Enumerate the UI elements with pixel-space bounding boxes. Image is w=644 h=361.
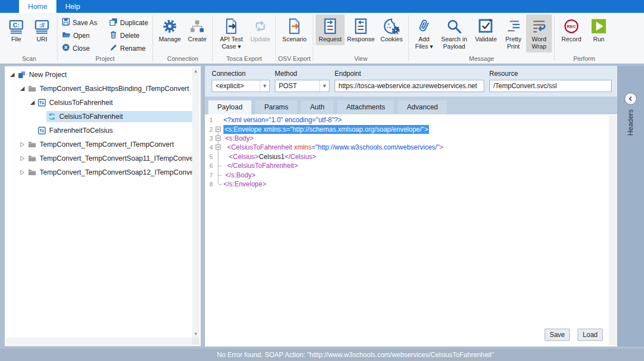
manage-connection-button[interactable]: Manage (155, 15, 184, 45)
fold-collapse-icon[interactable] (214, 124, 222, 133)
scroll-down-arrow[interactable]: ▼ (192, 330, 199, 338)
folder-icon (28, 85, 36, 92)
code-line[interactable]: 3 <s:Body> (205, 134, 608, 143)
resource-input[interactable] (489, 80, 612, 92)
tree-item[interactable]: TempConvert_TempConvert_ITempConvert (6, 137, 192, 151)
expand-headers-button[interactable] (624, 93, 637, 105)
request-view-button[interactable]: Request (316, 15, 345, 45)
tree-expander-icon[interactable] (28, 100, 36, 105)
tree-expander-icon[interactable] (8, 72, 16, 78)
svg-text:REC: REC (567, 24, 576, 29)
resource-label: Resource (489, 70, 612, 78)
svg-text:://: :// (40, 22, 45, 28)
tree-item[interactable]: TempConvert_TempConvertSoap12_ITempConve… (6, 165, 192, 179)
word-wrap-button[interactable]: Word Wrap (526, 15, 552, 52)
project-tree-panel: New ProjectTempConvert_BasicHttpsBinding… (4, 66, 201, 346)
project-icon (18, 71, 26, 79)
button-label: Request (319, 36, 342, 43)
tree-horizontal-scrollbar[interactable] (6, 338, 192, 345)
button-label: Add Files ▾ (413, 36, 435, 50)
fold-collapse-icon[interactable] (214, 143, 222, 152)
fold-gutter (214, 170, 222, 179)
create-connection-button[interactable]: Create (184, 15, 210, 45)
update-button[interactable]: Update (247, 15, 273, 45)
ribbon-group-label: Perform (555, 55, 614, 64)
trash-icon (109, 31, 117, 40)
tree-expander-icon[interactable] (18, 142, 26, 147)
tab-advanced[interactable]: Advanced (398, 100, 447, 114)
scenario-button[interactable]: Scenario (278, 15, 311, 45)
load-button[interactable]: Load (578, 329, 603, 341)
run-button[interactable]: Run (586, 15, 612, 45)
code-line[interactable]: 6 </CelsiusToFahrenheit> (205, 161, 608, 170)
scroll-up-arrow[interactable]: ▲ (192, 68, 199, 75)
code-line[interactable]: 5 <Celsius>Celsius1</Celsius> (205, 152, 608, 161)
uri-button[interactable]: :// URI (29, 15, 55, 45)
validate-button[interactable]: Validate (471, 15, 500, 45)
response-view-button[interactable]: Response (345, 15, 377, 45)
svg-text:C:: C: (13, 22, 20, 28)
cookies-button[interactable]: Cookies (377, 15, 406, 45)
api-test-case-button[interactable]: API Test Case ▾ (215, 15, 247, 52)
open-button[interactable]: Open (60, 29, 99, 42)
request-document-icon (322, 17, 338, 36)
code-line[interactable]: 1<?xml version="1.0" encoding="utf-8"?> (205, 115, 608, 124)
code-line[interactable]: 8</s:Envelope> (205, 180, 608, 189)
pretty-print-button[interactable]: Pretty Print (500, 15, 526, 52)
tab-params[interactable]: Params (255, 100, 297, 114)
tree-item-label: TempConvert_TempConvertSoap12_ITempConve… (40, 169, 192, 176)
button-label: Pretty Print (502, 36, 524, 50)
tree-item[interactable]: FahrenheitToCelsius (6, 123, 192, 137)
code-line[interactable]: 4 <CelsiusToFahrenheit xmlns="http://www… (205, 143, 608, 152)
tree-expander-icon[interactable] (18, 170, 26, 175)
folder-icon (28, 169, 36, 176)
sync-icon (252, 17, 268, 36)
tab-help[interactable]: Help (56, 0, 89, 13)
tree-vertical-scrollbar[interactable]: ▲ ▼ (192, 68, 199, 338)
rename-button[interactable]: Rename (107, 42, 150, 55)
tab-attachments[interactable]: Attachments (337, 100, 394, 114)
tree-item[interactable]: TempConvert_BasicHttpsBinding_ITempConve… (6, 81, 192, 95)
tab-payload[interactable]: Payload (208, 100, 251, 114)
add-files-button[interactable]: Add Files ▾ (411, 15, 437, 52)
project-tree: New ProjectTempConvert_BasicHttpsBinding… (6, 68, 192, 338)
headers-side-panel: Headers (617, 66, 644, 346)
code-line[interactable]: 2<s:Envelope xmlns:s="http://schemas.xml… (205, 124, 608, 133)
button-label: Scenario (282, 36, 306, 43)
connection-select[interactable]: <explicit> ▼ (212, 80, 270, 92)
close-button[interactable]: Close (60, 42, 99, 55)
method-select[interactable]: POST ▼ (275, 80, 330, 92)
chevron-left-icon (627, 95, 634, 102)
save-button[interactable]: Save (545, 329, 570, 341)
button-label: API Test Case ▾ (217, 36, 246, 50)
fold-collapse-icon[interactable] (214, 134, 222, 143)
tree-item[interactable]: CelsiusToFahrenheit (6, 95, 192, 109)
tree-expander-icon[interactable] (18, 156, 26, 161)
status-bar: No Error found. SOAP Action: "htttp://ww… (0, 349, 644, 361)
close-circle-icon (62, 44, 70, 53)
duplicate-button[interactable]: Duplicate (107, 16, 150, 29)
record-button[interactable]: REC Record (557, 15, 586, 45)
endpoint-input[interactable] (335, 80, 484, 92)
org-tree-icon (189, 17, 205, 36)
uri-icon: :// (34, 17, 50, 36)
tree-item-label: CelsiusToFahrenheit (49, 99, 113, 107)
tree-expander-icon[interactable] (18, 86, 26, 92)
headers-panel-label[interactable]: Headers (627, 109, 635, 136)
xml-code[interactable]: 1<?xml version="1.0" encoding="utf-8"?>2… (205, 115, 608, 345)
tree-item[interactable]: New Project (6, 68, 192, 81)
code-line[interactable]: 7 </s:Body> (205, 170, 608, 179)
tab-auth[interactable]: Auth (301, 100, 333, 114)
tree-item[interactable]: TempConvert_TempConvertSoap11_ITempConve… (6, 151, 192, 165)
save-as-button[interactable]: Save As (60, 16, 99, 29)
delete-button[interactable]: Delete (107, 29, 150, 42)
payload-editor[interactable]: 1<?xml version="1.0" encoding="utf-8"?>2… (205, 114, 617, 346)
editor-scrollbar[interactable] (609, 115, 617, 345)
ribbon-group-label: Scan (1, 55, 57, 64)
tree-item[interactable]: CelsiusToFahrenheit (6, 109, 192, 123)
search-in-payload-button[interactable]: Search in Payload (437, 15, 471, 52)
file-button[interactable]: C: File (3, 15, 29, 45)
export-document-icon (223, 17, 239, 36)
tab-home[interactable]: Home (19, 0, 56, 13)
ribbon-group-label: OSV Export (276, 55, 313, 64)
